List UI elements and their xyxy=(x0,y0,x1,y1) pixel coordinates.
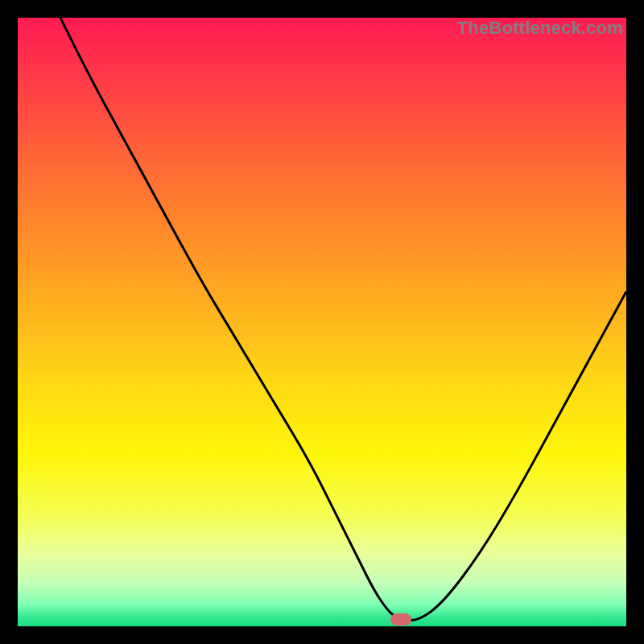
chart-frame: TheBottleneck.com xyxy=(18,18,626,626)
watermark-text: TheBottleneck.com xyxy=(457,18,623,39)
minimum-marker xyxy=(390,613,411,625)
gradient-background xyxy=(18,18,626,626)
bottleneck-chart xyxy=(18,18,626,626)
